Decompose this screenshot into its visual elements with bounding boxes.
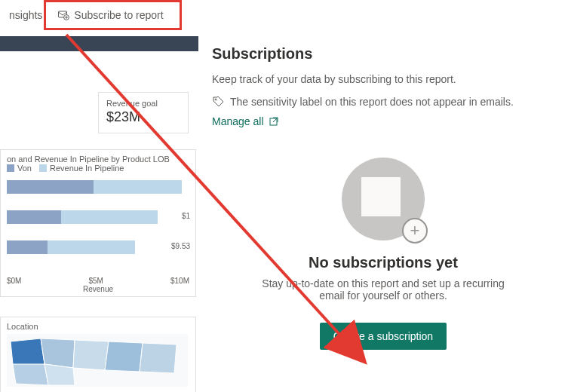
legend-swatch-pipeline [39, 164, 47, 172]
x-axis: $0M $5M $10M [7, 277, 189, 285]
legend-label-won: Von [17, 164, 32, 173]
subscriptions-panel: Subscriptions Keep track of your data by… [198, 0, 568, 392]
report-left-pane: nsights Subscribe to report Revenue goal… [0, 0, 198, 392]
chart-title: on and Revenue In Pipeline by Product LO… [7, 155, 189, 164]
subscribe-label: Subscribe to report [74, 9, 163, 21]
bar-row: $9.53 [7, 237, 189, 257]
card-revenue-goal[interactable]: Revenue goal $23M [98, 92, 189, 133]
insights-button[interactable]: nsights [3, 6, 48, 24]
map-chart[interactable]: Location [0, 317, 196, 392]
report-header-band [0, 36, 198, 51]
bar-row: $1 [7, 207, 189, 227]
sensitivity-text: The sensitivity label on this report doe… [230, 96, 514, 108]
sensitivity-info: The sensitivity label on this report doe… [212, 96, 554, 108]
tick: $0M [7, 277, 21, 285]
bar-row [7, 177, 189, 197]
map-title: Location [7, 322, 189, 331]
bar-value-label: $1 [182, 212, 190, 220]
panel-subtitle: Keep track of your data by subscribing t… [212, 73, 554, 85]
create-subscription-button[interactable]: Create a subscription [320, 323, 447, 350]
external-link-icon [269, 116, 279, 127]
bar-won [7, 210, 61, 224]
tick: $10M [170, 277, 189, 285]
empty-state-icon: + [342, 158, 425, 240]
panel-title: Subscriptions [212, 45, 554, 63]
manage-all-link[interactable]: Manage all [212, 115, 554, 127]
bar-won [7, 240, 48, 254]
empty-state-desc: Stay up-to-date on this report and set u… [259, 277, 508, 302]
bar-chart[interactable]: on and Revenue In Pipeline by Product LO… [0, 149, 196, 297]
bars-area: $1 $9.53 [7, 177, 189, 275]
insights-label: nsights [9, 9, 42, 21]
card-value: $23M [106, 109, 180, 125]
bar-won [7, 180, 94, 194]
x-axis-title: Revenue [7, 285, 189, 293]
plus-icon: + [402, 218, 428, 243]
empty-state: + No subscriptions yet Stay up-to-date o… [212, 158, 554, 350]
empty-state-title: No subscriptions yet [212, 254, 554, 271]
bar-value-label: $9.53 [171, 242, 190, 250]
chart-legend: Von Revenue In Pipeline [7, 164, 189, 173]
tick: $5M [88, 277, 103, 285]
manage-all-label: Manage all [212, 115, 264, 127]
card-label: Revenue goal [106, 99, 180, 108]
tag-icon [212, 96, 224, 108]
map-svg [7, 334, 188, 387]
svg-point-3 [215, 99, 216, 100]
subscribe-icon [57, 9, 69, 21]
legend-swatch-won [7, 164, 14, 172]
subscribe-button[interactable]: Subscribe to report [51, 6, 169, 24]
toolbar: nsights Subscribe to report [0, 0, 198, 30]
legend-label-pipeline: Revenue In Pipeline [50, 164, 124, 173]
